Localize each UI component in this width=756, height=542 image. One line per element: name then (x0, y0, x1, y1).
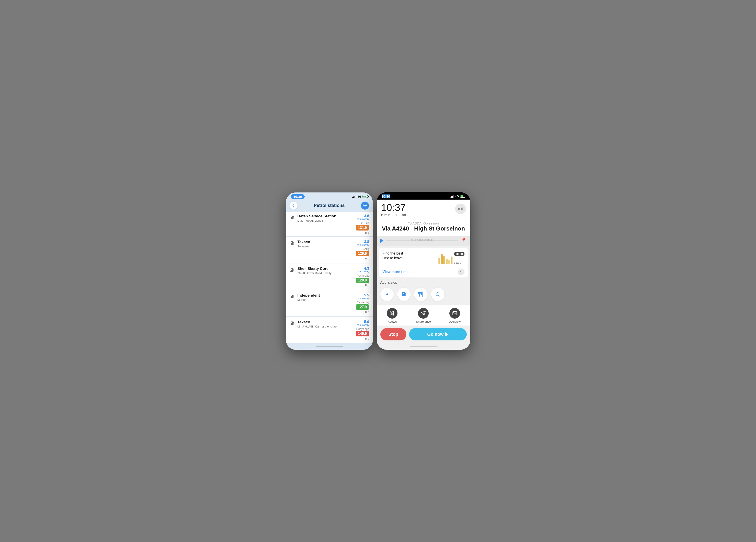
leave-card-inner: Find the best time to leave (383, 251, 465, 264)
go-arrow-icon (445, 332, 448, 336)
price-column: 3.8 miles away 25 Jun 131.9 p (349, 214, 369, 234)
fuel-icon (289, 241, 295, 247)
share-drive-button[interactable]: Share drive (408, 305, 439, 325)
table-row[interactable]: Shell Sketty Core 76-78 Gower Road, Sket… (286, 264, 373, 290)
left-battery-fill (363, 196, 366, 197)
miles-away: miles away (357, 218, 369, 220)
price-footer: p (365, 284, 369, 286)
station-address: Dafen Road, Llanelli (298, 219, 346, 222)
share-drive-label: Share drive (416, 320, 431, 323)
right-network: 4G (455, 195, 459, 198)
table-row[interactable]: Texaco M4 J49, A48, Carmarthenshire 5.6 … (286, 317, 373, 343)
station-address: Swansea (298, 245, 346, 248)
miles-away: miles away (357, 297, 369, 299)
right-battery: ⚡ (460, 195, 465, 198)
add-stop-fuel-button[interactable] (397, 288, 411, 301)
routes-button[interactable]: Routes (377, 305, 408, 325)
svg-point-0 (364, 205, 366, 206)
price-unit: p (368, 232, 369, 234)
add-stop-label: Add a stop (377, 277, 470, 286)
table-row[interactable]: Dafen Service Station Dafen Road, Llanel… (286, 212, 373, 236)
add-stop-search-button[interactable] (431, 288, 444, 301)
nav-header: Petrol stations (286, 200, 373, 212)
price-column: 3.8 miles away 4 Aug 129.9 p (349, 240, 369, 260)
go-now-label: Go now (427, 332, 444, 337)
signal-bar-3 (452, 196, 453, 198)
price-footer: p (365, 310, 369, 313)
view-more-row: View more times (383, 266, 465, 277)
miles-away: miles away (357, 323, 369, 326)
price-column: 5.5 miles away Yesterday 127.9 p (349, 293, 369, 313)
settings-button[interactable] (361, 202, 369, 210)
route-start-icon (380, 239, 384, 243)
bar-item (451, 257, 452, 264)
svg-rect-1 (365, 232, 367, 234)
table-row[interactable]: Texaco Swansea 3.8 miles away 4 Aug 129.… (286, 237, 373, 263)
overview-button[interactable]: Overview (439, 305, 470, 325)
leave-header-1: Find the best (383, 251, 436, 256)
right-home-indicator (377, 343, 470, 350)
bar-item (438, 258, 440, 264)
signal-bar-2 (353, 197, 354, 198)
station-address: Murton (298, 298, 346, 301)
price-badge: 129.9 (356, 251, 369, 256)
signal-bar-3 (355, 196, 355, 198)
station-list: Dafen Service Station Dafen Road, Llanel… (286, 212, 373, 343)
add-stop-parking-button[interactable]: P (380, 288, 394, 301)
go-now-button[interactable]: Go now (409, 328, 467, 340)
action-row: Routes Share drive Overv (377, 304, 470, 325)
station-name: Independent (298, 293, 346, 298)
sound-button[interactable] (455, 204, 466, 214)
signal-bar-1 (352, 197, 353, 198)
left-status-bar: 10:30 4G (286, 193, 373, 200)
price-badge: 127.9 (356, 304, 369, 310)
signal-bar-4 (356, 195, 356, 198)
route-bar: No events on route 📍 (377, 236, 470, 246)
right-signal-bars (450, 195, 454, 198)
eta-dot: • (392, 213, 394, 217)
eta-sub: 6 min • 1.1 mi. (381, 213, 455, 218)
bar-item (443, 256, 445, 264)
left-home-indicator (286, 343, 373, 350)
table-row[interactable]: Independent Murton 5.5 miles away Yester… (286, 290, 373, 316)
stop-button[interactable]: Stop (380, 328, 407, 340)
price-footer: p (365, 257, 369, 260)
add-stop-food-button[interactable] (414, 288, 428, 301)
svg-rect-5 (365, 338, 367, 339)
eta-time: 10:37 (381, 203, 455, 213)
price-column: 5.6 miles away 6 days ago 149.9 p (349, 320, 369, 340)
leave-card: Find the best time to leave (379, 248, 468, 277)
station-name: Dafen Service Station (298, 214, 346, 219)
leave-bars (438, 252, 452, 264)
view-more-chevron[interactable] (458, 269, 465, 275)
leave-times: 10:30 11:30 (454, 252, 464, 264)
signal-bar-2 (451, 196, 452, 198)
leave-text: Find the best time to leave (383, 251, 436, 261)
signal-bar-1 (450, 197, 450, 198)
svg-point-7 (390, 311, 391, 312)
price-unit: p (368, 257, 369, 260)
right-phone: 10:30 4G ⚡ 10:37 6 min • (377, 192, 470, 350)
eta-duration: 6 min (381, 213, 391, 217)
view-more-text: View more times (383, 270, 411, 274)
destination-card: To ASDA, Gorseinon Via A4240 - High St G… (377, 220, 470, 236)
right-time-area: 10:30 (382, 195, 390, 198)
miles-away: miles away (357, 270, 369, 273)
destination-route: Via A4240 - High St Gorseinon (381, 225, 466, 232)
fuel-icon (289, 321, 295, 327)
left-time: 10:30 (291, 194, 305, 199)
left-phone: 10:30 4G Petrol stations (286, 193, 373, 350)
svg-rect-3 (365, 284, 367, 286)
leave-time-now: 10:30 (454, 252, 464, 256)
right-status-bar: 10:30 4G ⚡ (377, 192, 470, 200)
right-time: 10:30 (382, 195, 390, 198)
back-button[interactable] (289, 202, 298, 210)
price-footer: p (365, 232, 369, 234)
overview-icon-circle (449, 308, 460, 318)
destination-pin-icon: 📍 (461, 238, 467, 244)
station-name: Texaco (298, 320, 346, 324)
bottom-buttons: Stop Go now (377, 325, 470, 343)
home-bar (316, 346, 343, 347)
station-name: Texaco (298, 240, 346, 244)
left-network: 4G (357, 195, 361, 198)
